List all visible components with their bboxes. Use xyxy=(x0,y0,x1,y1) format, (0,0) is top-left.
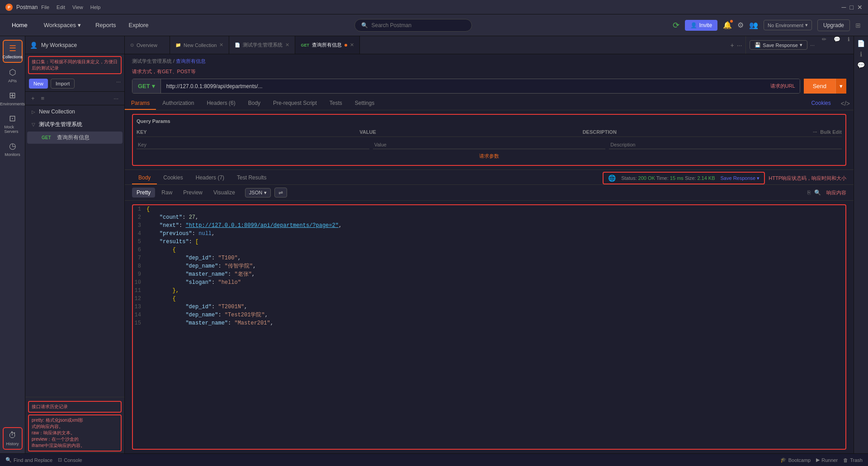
xml-icon[interactable]: </> xyxy=(837,97,854,110)
tab-get-all[interactable]: GET 查询所有信息 ✕ xyxy=(295,36,360,54)
tab-new-collection[interactable]: 📁 New Collection ✕ xyxy=(170,36,229,54)
edit-icon[interactable]: ✏ xyxy=(818,36,830,54)
team-icon[interactable]: 👥 xyxy=(749,21,758,29)
add-tab-icon[interactable]: + xyxy=(730,42,734,49)
bootcamp-item[interactable]: 🎓 Bootcamp xyxy=(780,457,811,463)
panel-more-icon[interactable]: ··· xyxy=(116,79,121,89)
menu-help[interactable]: Help xyxy=(90,5,101,10)
find-replace-item[interactable]: 🔍 Find and Replace xyxy=(5,457,52,463)
send-button[interactable]: Send xyxy=(804,79,835,94)
nav-home[interactable]: Home xyxy=(7,19,32,31)
save-button[interactable]: 💾 Save Response ▾ xyxy=(750,40,807,50)
close-button[interactable]: ✕ xyxy=(857,4,863,11)
app-logo: P xyxy=(5,4,13,11)
res-tab-body[interactable]: Body xyxy=(132,172,157,184)
minimize-button[interactable]: ─ xyxy=(842,4,846,11)
maximize-button[interactable]: □ xyxy=(850,4,854,11)
comment-icon[interactable]: 💬 xyxy=(830,36,844,54)
req-tab-headers[interactable]: Headers (6) xyxy=(200,97,241,110)
trash-item[interactable]: 🗑 Trash xyxy=(843,457,863,463)
method-select[interactable]: GET ▾ xyxy=(132,79,161,93)
right-sidebar-comments-icon[interactable]: 💬 xyxy=(857,61,865,69)
req-tab-body[interactable]: Body xyxy=(242,97,267,110)
tabs-actions: + ··· xyxy=(726,36,745,54)
sidebar-item-monitors[interactable]: ◷ Monitors xyxy=(3,138,23,160)
sync-icon[interactable]: ⟳ xyxy=(673,20,679,30)
nav-reports[interactable]: Reports xyxy=(91,19,121,31)
menu-bar: File Edit View Help xyxy=(41,5,100,10)
nav-explore[interactable]: Explore xyxy=(124,19,153,31)
search-bar[interactable]: 🔍 Search Postman xyxy=(354,19,472,32)
console-item[interactable]: ⊡ Console xyxy=(58,457,82,463)
runner-item[interactable]: ▶ Runner xyxy=(816,457,838,463)
fmt-raw[interactable]: Raw xyxy=(157,188,177,198)
url-hint-label: 请求的URL xyxy=(766,79,800,93)
menu-file[interactable]: File xyxy=(41,5,49,10)
description-input[interactable] xyxy=(609,141,842,149)
student-mgmt-collection[interactable]: ▽ 测试学生管理系统 xyxy=(27,118,123,131)
tab-get-all-close-icon[interactable]: ✕ xyxy=(350,42,354,48)
bulk-edit-btn[interactable]: ··· Bulk Edit xyxy=(806,129,842,135)
right-sidebar-docs-icon[interactable]: 📄 xyxy=(857,40,865,47)
menu-view[interactable]: View xyxy=(72,5,83,10)
invite-button[interactable]: 👤 Invite xyxy=(685,20,717,31)
new-button[interactable]: New xyxy=(29,79,48,89)
sidebar-item-collections[interactable]: ☰ Collections xyxy=(3,40,23,63)
tab-student-mgmt[interactable]: 📄 测试学生管理系统 ✕ xyxy=(229,36,295,54)
save-response-button[interactable]: Save Response ▾ xyxy=(721,175,760,181)
sidebar-item-apis[interactable]: ⬡ APIs xyxy=(3,65,23,86)
fmt-visualize[interactable]: Visualize xyxy=(209,188,240,198)
response-content-hint: 响应内容 xyxy=(826,189,846,196)
sort-icon[interactable]: ≡ xyxy=(39,94,47,103)
tab-overview[interactable]: ⊙ Overview xyxy=(125,36,170,54)
save-chevron-icon: ▾ xyxy=(800,42,802,48)
key-input[interactable] xyxy=(137,141,369,149)
user-icon: 👤 xyxy=(30,42,38,49)
expand-icon[interactable]: ⊞ xyxy=(855,22,861,29)
toolbar-more-icon[interactable]: ··· xyxy=(111,94,121,103)
tab-new-collection-close-icon[interactable]: ✕ xyxy=(219,42,223,48)
tabs-more-icon[interactable]: ··· xyxy=(737,42,742,49)
fmt-pretty[interactable]: Pretty xyxy=(132,188,155,198)
json-format-select[interactable]: JSON ▾ xyxy=(245,188,271,198)
cookies-link[interactable]: Cookies xyxy=(805,97,837,110)
monitors-icon: ◷ xyxy=(9,141,16,151)
info-icon[interactable]: ℹ xyxy=(844,36,854,54)
upgrade-button[interactable]: Upgrade xyxy=(817,19,850,31)
res-tab-headers[interactable]: Headers (7) xyxy=(189,172,231,184)
req-tab-pre-request[interactable]: Pre-request Script xyxy=(267,97,323,110)
req-tab-tests[interactable]: Tests xyxy=(323,97,349,110)
res-tab-cookies[interactable]: Cookies xyxy=(157,172,189,184)
sidebar-item-history[interactable]: ⏱ History xyxy=(3,427,23,450)
bootcamp-icon: 🎓 xyxy=(780,457,787,463)
search-response-icon[interactable]: 🔍 xyxy=(814,189,821,196)
menu-edit[interactable]: Edit xyxy=(57,5,65,10)
tab-student-mgmt-close-icon[interactable]: ✕ xyxy=(285,42,289,48)
environment-selector[interactable]: No Environment ▾ xyxy=(764,20,812,30)
copy-response-icon[interactable]: ⎘ xyxy=(807,189,811,196)
add-collection-icon[interactable]: + xyxy=(29,94,37,103)
request-header-area: 测试学生管理系统 / 查询所有信息 请求方式，有GET、POST等 GET ▾ … xyxy=(125,54,854,95)
sidebar-item-mock-servers[interactable]: ⊡ Mock Servers xyxy=(3,111,23,137)
send-dropdown-button[interactable]: ▾ xyxy=(835,79,846,94)
url-input[interactable] xyxy=(161,79,766,93)
new-collection-item[interactable]: ▷ New Collection xyxy=(27,106,123,118)
query-params-box: Query Params KEY VALUE DESCRIPTION ··· B… xyxy=(132,114,846,166)
settings-icon[interactable]: ⚙ xyxy=(737,21,744,29)
sidebar-item-environments[interactable]: ⊞ Environments xyxy=(3,88,23,109)
code-line-6: 6 { xyxy=(133,246,845,254)
res-tab-test-results[interactable]: Test Results xyxy=(231,172,273,184)
import-button[interactable]: Import xyxy=(51,79,75,89)
nav-workspaces[interactable]: Workspaces ▾ xyxy=(39,19,85,31)
req-tab-auth[interactable]: Authorization xyxy=(156,97,200,110)
value-input[interactable] xyxy=(373,141,606,149)
notifications-bell[interactable]: 🔔 xyxy=(723,21,732,29)
req-tab-settings[interactable]: Settings xyxy=(349,97,381,110)
save-more-icon[interactable]: ··· xyxy=(810,42,815,48)
get-all-request-item[interactable]: GET 查询所有信息 xyxy=(27,132,123,144)
wrap-lines-button[interactable]: ⇌ xyxy=(274,188,287,198)
fmt-preview[interactable]: Preview xyxy=(179,188,207,198)
title-bar-left: P Postman File Edit View Help xyxy=(5,4,100,11)
right-sidebar-info-icon[interactable]: ℹ xyxy=(860,51,862,58)
req-tab-params[interactable]: Params xyxy=(125,97,156,110)
